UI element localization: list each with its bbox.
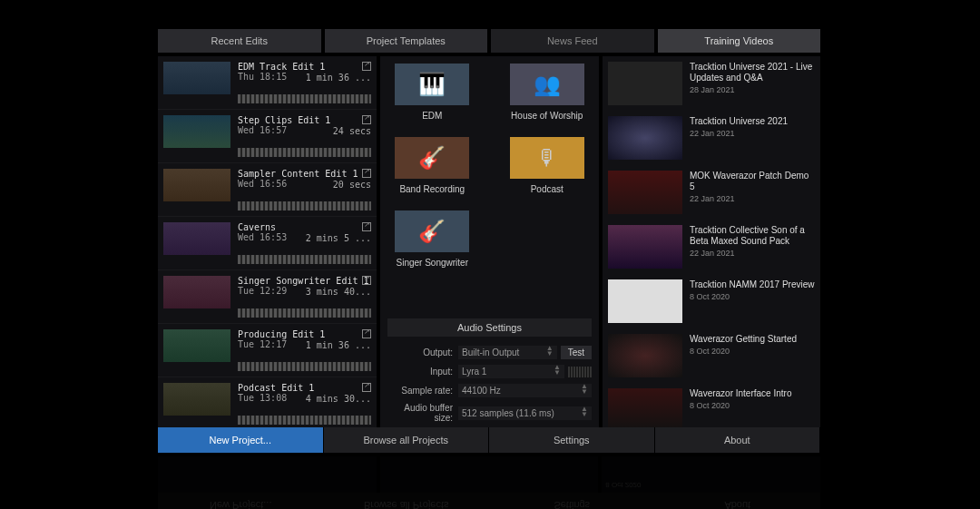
feed-thumbnail [608,116,682,160]
recent-duration: 24 secs [333,126,371,136]
recent-title: Sampler Content Edit 1 [238,169,371,179]
open-external-icon[interactable] [362,222,371,231]
recent-edit-item[interactable]: Step Clips Edit 1 Wed 16:57 24 secs [158,110,377,163]
recent-edit-item[interactable]: Caverns Wed 16:53 2 mins 5 ... [158,217,377,270]
browse-projects-button[interactable]: Browse all Projects [324,427,490,453]
recent-duration: 20 secs [333,180,371,190]
recent-thumbnail [163,169,230,201]
recent-edit-item[interactable]: Sampler Content Edit 1 Wed 16:56 20 secs [158,163,377,217]
feed-item[interactable]: Tracktion NAMM 2017 Preview 8 Oct 2020 [603,274,820,328]
waveform-icon [238,94,371,103]
template-name: Band Recording [387,184,477,194]
feed-item[interactable]: MOK Waverazor Patch Demo 5 22 Jan 2021 [603,165,820,220]
template-icon: 🎹 [395,64,469,105]
recent-title: Step Clips Edit 1 [238,115,371,125]
new-project-button[interactable]: New Project... [158,427,324,453]
recent-duration: 4 mins 30... [306,394,371,404]
feed-thumbnail [608,171,682,214]
template-item[interactable]: 👥 House of Worship [503,64,593,121]
feed-item[interactable]: Tracktion Universe 2021 22 Jan 2021 [603,111,820,165]
template-item[interactable]: 🎸 Singer Songwriter [387,210,477,268]
reflection-decor: New Project... Browse all Projects Setti… [158,456,820,509]
template-item[interactable]: 🎹 EDM [387,64,477,121]
tab-training-videos[interactable]: Training Videos [658,29,821,53]
recent-edit-item[interactable]: Producing Edit 1 Tue 12:17 1 min 36 ... [158,324,377,377]
feed-title: Waverazor Interface Intro [690,388,815,399]
recent-title: EDM Track Edit 1 [238,62,371,72]
recent-edits-panel: EDM Track Edit 1 Thu 18:15 1 min 36 ... … [158,56,377,436]
recent-thumbnail [163,222,230,255]
template-name: EDM [387,111,477,121]
feed-title: Tracktion Collective Son of a Beta Maxed… [690,225,815,247]
waveform-icon [238,201,371,210]
feed-date: 8 Oct 2020 [690,292,815,301]
waveform-icon [238,362,371,371]
feed-thumbnail [608,334,682,377]
open-external-icon[interactable] [362,62,371,71]
open-external-icon[interactable] [362,115,371,124]
template-icon: 🎙 [510,137,584,179]
input-select[interactable]: Lyra 1▲▼ [458,365,564,378]
feed-title: Waverazor Getting Started [690,334,815,345]
waveform-icon [238,255,371,264]
sample-rate-select[interactable]: 44100 Hz▲▼ [458,384,592,397]
recent-thumbnail [163,62,230,94]
audio-settings-header: Audio Settings [387,318,592,337]
recent-duration: 3 mins 40... [306,287,371,297]
template-name: Podcast [503,184,593,194]
audio-settings: Audio Settings Output: Built-in Output▲▼… [387,311,592,428]
open-external-icon[interactable] [362,383,371,392]
feed-title: MOK Waverazor Patch Demo 5 [690,171,815,192]
recent-edit-item[interactable]: Podcast Edit 1 Tue 13:08 4 mins 30... [158,377,377,431]
feed-date: 22 Jan 2021 [690,194,815,203]
feed-title: Tracktion Universe 2021 - Live Updates a… [690,62,815,83]
feed-panel: Tracktion Universe 2021 - Live Updates a… [603,56,820,436]
feed-title: Tracktion Universe 2021 [690,116,815,127]
feed-date: 22 Jan 2021 [690,129,815,138]
open-external-icon[interactable] [362,169,371,178]
recent-thumbnail [163,383,230,416]
about-button[interactable]: About [655,427,821,453]
recent-title: Producing Edit 1 [238,329,371,339]
tab-news-feed[interactable]: News Feed [491,29,654,53]
template-name: House of Worship [503,111,593,121]
buffer-select[interactable]: 512 samples (11.6 ms)▲▼ [458,406,592,420]
template-item[interactable]: 🎙 Podcast [503,137,593,194]
recent-thumbnail [163,276,230,308]
test-button[interactable]: Test [561,346,592,359]
feed-thumbnail [608,225,682,269]
recent-edit-item[interactable]: Singer Songwriter Edit 1 Tue 12:29 3 min… [158,270,377,324]
recent-title: Singer Songwriter Edit 1 [238,276,371,286]
tab-project-templates[interactable]: Project Templates [325,29,488,53]
recent-duration: 2 mins 5 ... [306,233,371,243]
output-select[interactable]: Built-in Output▲▼ [458,346,557,359]
template-icon: 🎸 [395,137,469,179]
feed-date: 8 Oct 2020 [690,401,815,410]
feed-thumbnail [608,388,682,432]
feed-title: Tracktion NAMM 2017 Preview [690,279,815,290]
feed-item[interactable]: Waverazor Getting Started 8 Oct 2020 [603,328,820,383]
recent-title: Caverns [238,222,371,232]
waveform-icon [238,148,371,157]
feed-item[interactable]: Tracktion Universe 2021 - Live Updates a… [603,56,820,111]
recent-duration: 1 min 36 ... [306,73,371,83]
feed-item[interactable]: Tracktion Collective Son of a Beta Maxed… [603,220,820,274]
output-label: Output: [387,347,458,357]
template-item[interactable]: 🎸 Band Recording [387,137,477,194]
recent-thumbnail [163,329,230,362]
open-external-icon[interactable] [362,329,371,338]
template-icon: 👥 [510,64,584,105]
template-icon: 🎸 [395,210,469,252]
feed-date: 22 Jan 2021 [690,249,815,258]
sample-rate-label: Sample rate: [387,386,458,396]
templates-panel: 🎹 EDM 👥 House of Worship 🎸 Band Recordin… [380,56,599,436]
feed-thumbnail [608,279,682,323]
recent-title: Podcast Edit 1 [238,383,371,393]
feed-date: 8 Oct 2020 [690,347,815,356]
open-external-icon[interactable] [362,276,371,285]
settings-button[interactable]: Settings [489,427,655,453]
tab-recent-edits[interactable]: Recent Edits [158,29,321,53]
waveform-icon [238,416,371,425]
recent-edit-item[interactable]: EDM Track Edit 1 Thu 18:15 1 min 36 ... [158,56,377,110]
feed-thumbnail [608,62,682,105]
